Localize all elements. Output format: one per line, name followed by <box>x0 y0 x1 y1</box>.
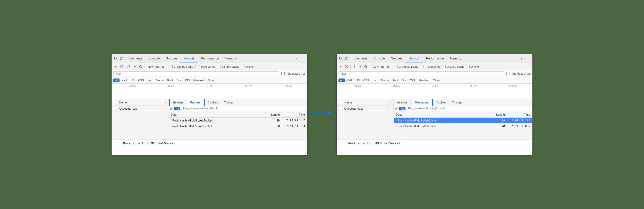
right-tab-memory[interactable]: Memory <box>447 54 464 63</box>
right-hide-data-urls-label[interactable]: Hide data URLs <box>506 72 531 75</box>
left-tab-memory[interactable]: Memory <box>222 54 239 63</box>
left-hide-data-urls-label[interactable]: Hide data URLs <box>281 72 306 75</box>
right-preserve-log-label[interactable]: Preserve log <box>420 65 440 68</box>
left-tab-more[interactable]: » <box>294 57 300 60</box>
left-filter-all[interactable]: All <box>113 79 120 82</box>
right-device-icon[interactable] <box>344 56 349 61</box>
left-offline-checkbox[interactable] <box>242 65 244 68</box>
right-group-by-frame-checkbox[interactable] <box>395 65 398 68</box>
right-msg-row-1[interactable]: ↑ Rock it with HTML5 WebSocket 28 07:44:… <box>394 118 532 123</box>
right-tab-timing[interactable]: Timing <box>449 99 464 106</box>
left-group-by-frame-checkbox[interactable] <box>170 65 173 68</box>
left-filter-icon[interactable] <box>133 64 137 69</box>
left-filter-ws[interactable]: WS <box>184 79 191 82</box>
right-filter-img[interactable]: Img <box>371 79 379 82</box>
left-cursor-icon[interactable] <box>113 56 118 61</box>
right-view-list-icon[interactable] <box>380 64 385 69</box>
left-stop-button[interactable]: 🚫 <box>119 64 124 69</box>
right-camera-icon[interactable] <box>352 64 357 69</box>
left-filter-font[interactable]: Font <box>166 79 174 82</box>
left-tab-elements[interactable]: Elements <box>126 54 145 63</box>
right-tab-elements[interactable]: Elements <box>351 54 370 63</box>
right-filter-icon[interactable] <box>358 64 362 69</box>
right-search-icon[interactable] <box>363 64 368 69</box>
right-tab-network[interactable]: Network <box>405 54 423 63</box>
left-preserve-log-label[interactable]: Preserve log <box>195 65 215 68</box>
left-tab-performance[interactable]: Performance <box>198 54 222 63</box>
right-filter-font[interactable]: Font <box>391 79 400 82</box>
left-filter-doc[interactable]: Doc <box>175 79 183 82</box>
left-tab-dots[interactable]: ⋮ <box>300 57 306 60</box>
left-search-icon[interactable] <box>138 64 143 69</box>
right-filter-all[interactable]: All <box>338 79 345 82</box>
left-tab-timing[interactable]: Timing <box>221 99 236 106</box>
right-offline-checkbox[interactable] <box>467 65 470 68</box>
left-preserve-log-checkbox[interactable] <box>196 65 198 68</box>
right-group-by-frame-label[interactable]: Group by frame <box>395 65 418 68</box>
right-filter-doc[interactable]: Doc <box>400 79 408 82</box>
right-network-row-1[interactable]: ?encoding=text All <box>337 106 532 111</box>
right-filter-manifest[interactable]: Manifest <box>417 79 431 82</box>
right-msg-row-2[interactable]: ↓ Rock it with HTML5 WebSocket 28 07:44:… <box>394 123 532 129</box>
right-record-button[interactable]: ● <box>338 64 343 69</box>
right-offline-label[interactable]: Offline <box>467 65 479 68</box>
right-cursor-icon[interactable] <box>338 56 343 61</box>
left-ws-all-btn[interactable]: All <box>174 107 180 110</box>
left-view-waterfall-icon[interactable] <box>160 64 165 69</box>
right-select-all-checkbox[interactable] <box>339 101 342 104</box>
right-filter-other[interactable]: Other <box>431 79 442 82</box>
left-tab-headers[interactable]: Headers <box>170 99 187 106</box>
right-ws-all-btn[interactable]: All <box>399 107 405 110</box>
right-filter-js[interactable]: JS <box>355 79 361 82</box>
right-preserve-log-checkbox[interactable] <box>421 65 423 68</box>
left-view-list-icon[interactable] <box>155 64 160 69</box>
right-filter-ws[interactable]: WS <box>409 79 417 82</box>
left-msg-row-1[interactable]: ↑ Rock it with HTML5 WebSocket 28 07:43:… <box>168 118 307 123</box>
left-hide-data-urls-checkbox[interactable] <box>281 72 285 75</box>
right-filter-input[interactable] <box>338 71 504 76</box>
left-msg-row-2[interactable]: ↓ Rock it with HTML5 WebSocket 28 07:43:… <box>168 123 307 129</box>
right-tab-sources[interactable]: Sources <box>388 54 405 63</box>
left-filter-css[interactable]: CSS <box>137 79 146 82</box>
left-select-all-checkbox[interactable] <box>114 101 117 104</box>
left-row-checkbox[interactable] <box>114 107 117 110</box>
left-tab-console[interactable]: Console <box>145 54 163 63</box>
left-tab-cookies[interactable]: Cookies <box>205 99 221 106</box>
right-tab-performance[interactable]: Performance <box>423 54 447 63</box>
left-filter-input[interactable] <box>113 71 279 76</box>
right-filter-css[interactable]: CSS <box>362 79 371 82</box>
left-record-button[interactable]: ● <box>113 64 118 69</box>
left-filter-other[interactable]: Other <box>206 79 216 82</box>
right-tab-more[interactable]: » <box>519 57 525 60</box>
right-tab-headers[interactable]: Headers <box>394 99 411 106</box>
right-disable-cache-checkbox[interactable] <box>443 65 446 68</box>
left-camera-icon[interactable] <box>127 64 132 69</box>
left-network-row-1[interactable]: ?encoding=text All <box>112 106 307 111</box>
left-filter-manifest[interactable]: Manifest <box>192 79 206 82</box>
left-filter-img[interactable]: Img <box>146 79 154 82</box>
left-device-icon[interactable] <box>119 56 124 61</box>
right-tab-console[interactable]: Console <box>370 54 388 63</box>
left-tab-network[interactable]: Network <box>180 54 198 63</box>
right-disable-cache-label[interactable]: Disable cache <box>443 65 464 68</box>
right-tab-messages[interactable]: Messages <box>411 99 432 106</box>
right-stop-button[interactable]: 🚫 <box>344 64 349 69</box>
right-row-checkbox[interactable] <box>339 107 342 110</box>
left-filter-js[interactable]: JS <box>130 79 136 82</box>
left-filter-media[interactable]: Media <box>154 79 165 82</box>
left-disable-cache-checkbox[interactable] <box>218 65 221 68</box>
right-filter-media[interactable]: Media <box>379 79 390 82</box>
right-tab-cookies[interactable]: Cookies <box>433 99 449 106</box>
right-tab-dots[interactable]: ⋮ <box>525 57 531 60</box>
right-view-waterfall-icon[interactable] <box>386 64 390 69</box>
left-ws-filter-input[interactable] <box>181 106 306 111</box>
left-offline-label[interactable]: Offline <box>241 65 254 68</box>
right-hide-data-urls-checkbox[interactable] <box>506 72 510 75</box>
left-filter-xhr[interactable]: XHR <box>120 79 129 82</box>
right-ws-filter-input[interactable] <box>406 106 531 111</box>
left-disable-cache-label[interactable]: Disable cache <box>217 65 239 68</box>
right-filter-xhr[interactable]: XHR <box>345 79 354 82</box>
left-group-by-frame-label[interactable]: Group by frame <box>170 65 193 68</box>
left-tab-frames[interactable]: Frames <box>187 99 204 106</box>
left-tab-sources[interactable]: Sources <box>163 54 180 63</box>
